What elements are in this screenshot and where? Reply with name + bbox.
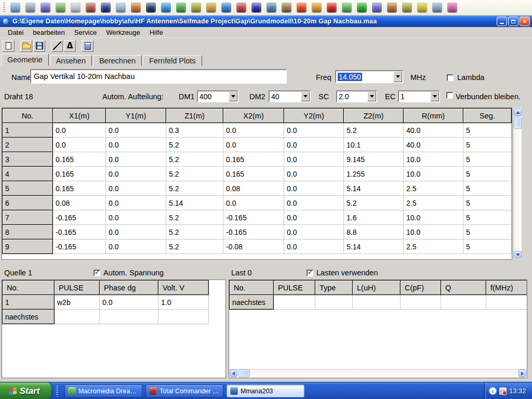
data-cell[interactable]: 10.0 [404, 225, 463, 240]
scrollbar-thumb[interactable] [514, 117, 522, 129]
data-cell[interactable]: 0.0 [100, 295, 158, 310]
notebook-button[interactable] [82, 40, 94, 52]
quick-launch-icon[interactable] [236, 3, 246, 12]
column-header[interactable]: Y1(m) [106, 109, 166, 123]
data-cell[interactable]: 0.0 [106, 196, 166, 210]
quick-launch-icon[interactable] [56, 3, 65, 12]
data-cell[interactable]: 10.0 [404, 152, 463, 167]
autom-spannung-checkbox[interactable] [94, 270, 100, 276]
column-header[interactable]: Z1(m) [166, 109, 223, 123]
data-cell[interactable]: -0.165 [53, 240, 106, 254]
task-button-mmana[interactable]: Mmana203 [227, 384, 304, 397]
dm2-combobox[interactable]: 40 [269, 90, 311, 102]
column-header[interactable]: Seg. [463, 109, 512, 123]
column-header[interactable]: PULSE [274, 281, 315, 295]
data-cell[interactable]: 5.2 [166, 240, 223, 254]
quick-launch-icon[interactable] [251, 3, 261, 12]
data-cell[interactable]: 5.2 [166, 167, 223, 181]
quick-launch-icon[interactable] [402, 3, 412, 12]
data-cell[interactable]: 0.165 [53, 181, 106, 196]
data-cell[interactable] [486, 295, 527, 310]
quick-launch-icon[interactable] [10, 3, 20, 12]
column-header[interactable]: Y2(m) [284, 109, 344, 123]
row-header-cell[interactable]: 5 [3, 181, 53, 196]
column-header[interactable]: Type [315, 281, 353, 295]
data-cell[interactable]: 0.0 [106, 138, 166, 152]
tab-fernfeld-plots[interactable]: Fernfeld Plots [143, 55, 202, 66]
data-cell[interactable]: 0.0 [106, 181, 166, 196]
row-header-cell[interactable]: 9 [3, 240, 53, 254]
data-cell[interactable]: 0.08 [53, 196, 106, 210]
data-cell[interactable]: 5 [463, 181, 512, 196]
quick-launch-icon[interactable] [432, 3, 442, 12]
data-cell[interactable]: 0.0 [284, 181, 344, 196]
column-header[interactable]: R(mm) [404, 109, 463, 123]
data-cell[interactable]: 10.1 [344, 138, 404, 152]
quick-launch-icon[interactable] [312, 3, 322, 12]
tray-chevron-icon[interactable]: ‹ [489, 387, 497, 395]
data-cell[interactable]: 40.0 [404, 123, 463, 138]
data-cell[interactable]: 0.0 [223, 138, 284, 152]
lasten-verwenden-checkbox[interactable] [307, 270, 313, 276]
new-file-button[interactable] [3, 40, 15, 52]
row-header-cell[interactable]: naechstes [230, 295, 274, 310]
menu-datei[interactable]: Datei [3, 28, 28, 37]
data-cell[interactable]: 5 [463, 138, 512, 152]
data-cell[interactable]: -0.165 [53, 210, 106, 225]
data-cell[interactable]: 0.0 [106, 225, 166, 240]
column-header[interactable]: L(uH) [353, 281, 401, 295]
triangle-tool-button[interactable]: Δ [64, 40, 76, 52]
antenna-name-input[interactable]: Gap Vertikal 10-20m Nachbau [30, 69, 287, 84]
data-cell[interactable]: -0.08 [223, 240, 284, 254]
quick-launch-icon[interactable] [387, 3, 397, 12]
quick-launch-icon[interactable] [116, 3, 126, 12]
row-header-cell[interactable]: naechstes [3, 310, 55, 324]
task-button-total-commander[interactable]: Total Commander 6.5... [145, 384, 223, 397]
row-header-cell[interactable]: 7 [3, 210, 53, 225]
data-cell[interactable]: 0.0 [284, 123, 344, 138]
data-cell[interactable]: 10.0 [404, 167, 463, 181]
data-cell[interactable]: 5 [463, 210, 512, 225]
column-header[interactable]: No. [230, 281, 274, 295]
data-cell[interactable]: 5.2 [344, 123, 404, 138]
data-cell[interactable]: 5.14 [344, 240, 404, 254]
row-header-cell[interactable]: 3 [3, 152, 53, 167]
column-header[interactable]: X2(m) [223, 109, 284, 123]
scrollbar-thumb[interactable] [238, 369, 250, 377]
menu-bearbeiten[interactable]: bearbeiten [28, 28, 69, 37]
data-cell[interactable]: 0.165 [53, 152, 106, 167]
data-cell[interactable]: 8.8 [344, 225, 404, 240]
data-cell[interactable]: 5.2 [166, 138, 223, 152]
data-cell[interactable]: 40.0 [404, 138, 463, 152]
data-cell[interactable]: 5.14 [344, 181, 404, 196]
column-header[interactable]: No. [3, 281, 55, 295]
tray-icon[interactable] [499, 388, 507, 395]
row-header-cell[interactable]: 1 [3, 123, 53, 138]
column-header[interactable]: C(pF) [401, 281, 441, 295]
data-cell[interactable]: 5 [463, 240, 512, 254]
quick-launch-icon[interactable] [221, 3, 231, 12]
scroll-right-button[interactable] [518, 369, 526, 377]
open-file-button[interactable] [20, 40, 32, 52]
data-cell[interactable]: 5.2 [344, 196, 404, 210]
row-header-cell[interactable]: 4 [3, 167, 53, 181]
data-cell[interactable]: 1.6 [344, 210, 404, 225]
data-cell[interactable]: 0.0 [53, 123, 106, 138]
row-header-cell[interactable]: 2 [3, 138, 53, 152]
data-cell[interactable]: 0.0 [284, 152, 344, 167]
quick-launch-icon[interactable] [131, 3, 141, 12]
lambda-checkbox[interactable] [447, 74, 454, 81]
column-header[interactable]: Z2(m) [344, 109, 404, 123]
quick-launch-icon[interactable] [206, 3, 216, 12]
quick-launch-icon[interactable] [86, 3, 96, 12]
freq-combobox[interactable]: 14.050 [335, 70, 403, 83]
ec-combobox[interactable]: 1 [398, 90, 440, 102]
data-cell[interactable]: 0.0 [106, 152, 166, 167]
ec-dropdown-button[interactable] [430, 91, 439, 101]
data-cell[interactable]: 5 [463, 225, 512, 240]
data-cell[interactable]: 0.0 [223, 123, 284, 138]
data-cell[interactable]: 1.255 [344, 167, 404, 181]
data-cell[interactable]: -0.165 [223, 210, 284, 225]
data-cell[interactable] [100, 310, 158, 324]
load-horizontal-scrollbar[interactable] [229, 369, 527, 378]
